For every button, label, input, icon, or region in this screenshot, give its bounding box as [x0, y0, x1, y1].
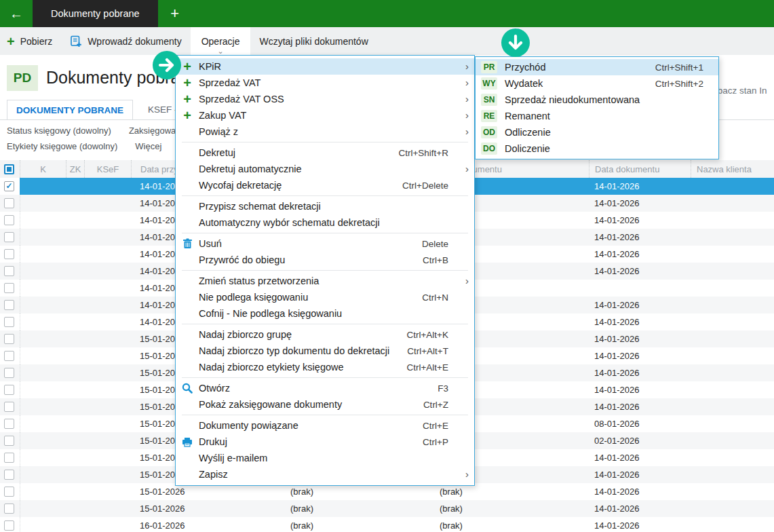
context-menu-item[interactable]: + Nadaj zbiorczo grupę Ctrl+Alt+K: [176, 326, 474, 343]
context-menu-item[interactable]: + Automatyczny wybór schematu dekretacji: [176, 214, 474, 231]
submenu-item[interactable]: SN Sprzedaż nieudokumentowana: [476, 92, 718, 108]
row-checkbox-cell[interactable]: ✓: [0, 364, 20, 381]
context-menu-item[interactable]: + Dokumenty powiązane Ctrl+E: [176, 417, 474, 434]
context-menu-item[interactable]: +: [176, 140, 474, 145]
row-checkbox[interactable]: ✓: [4, 419, 14, 429]
column-header-k[interactable]: K: [20, 160, 66, 178]
row-checkbox[interactable]: ✓: [4, 232, 14, 242]
column-header-ksef[interactable]: KSeF: [84, 160, 131, 178]
row-checkbox[interactable]: ✓: [4, 317, 14, 327]
row-checkbox[interactable]: ✓: [4, 249, 14, 259]
filter-status-ksiegowy[interactable]: Status księgowy (dowolny): [7, 126, 111, 136]
row-checkbox[interactable]: ✓: [4, 520, 14, 531]
row-checkbox[interactable]: ✓: [4, 436, 14, 446]
context-menu-item[interactable]: + Nie podlega księgowaniu Ctrl+N: [176, 289, 474, 305]
context-menu-item[interactable]: + Nadaj zbiorczo etykiety księgowe Ct: [176, 359, 474, 375]
column-header-nazwa-klienta[interactable]: Nazwa klienta: [691, 160, 774, 178]
row-checkbox[interactable]: ✓: [4, 504, 14, 514]
row-checkbox[interactable]: ✓: [4, 283, 14, 293]
row-checkbox-cell[interactable]: ✓: [0, 263, 20, 280]
row-checkbox[interactable]: ✓: [4, 198, 14, 208]
filter-etykiety[interactable]: Etykiety księgowe (dowolny): [7, 141, 117, 151]
context-menu-item[interactable]: + Dekretuj Ctrl+Shift+R: [176, 145, 474, 161]
row-checkbox-cell[interactable]: ✓: [0, 195, 20, 212]
context-menu-item[interactable]: + KPiR ›: [176, 58, 474, 75]
column-header-zk[interactable]: ZK: [66, 160, 84, 178]
row-checkbox-cell[interactable]: ✓: [0, 178, 20, 195]
row-checkbox-cell[interactable]: ✓: [0, 280, 20, 297]
row-checkbox-cell[interactable]: ✓: [0, 381, 20, 398]
row-checkbox-cell[interactable]: ✓: [0, 314, 20, 330]
context-menu-item[interactable]: + Drukuj Ctrl+P: [176, 434, 474, 450]
context-menu-item[interactable]: + Usuń Delete: [176, 235, 474, 252]
context-menu-item[interactable]: + Zapisz ›: [176, 466, 474, 482]
row-checkbox[interactable]: ✓: [4, 215, 14, 225]
submenu-item[interactable]: WY Wydatek Ctrl+Shift+2: [476, 75, 718, 92]
row-checkbox[interactable]: ✓: [4, 470, 14, 480]
row-checkbox[interactable]: ✓: [4, 334, 14, 344]
row-checkbox-cell[interactable]: ✓: [0, 517, 20, 532]
row-checkbox[interactable]: ✓: [4, 487, 14, 497]
context-menu-item[interactable]: +: [176, 413, 474, 417]
context-menu-item[interactable]: +: [176, 193, 474, 198]
row-checkbox[interactable]: ✓: [4, 181, 14, 191]
row-checkbox[interactable]: ✓: [4, 351, 14, 361]
submenu-item[interactable]: DO Doliczenie: [476, 140, 718, 157]
row-checkbox[interactable]: ✓: [4, 300, 14, 310]
context-menu-item[interactable]: + Powiąż z ›: [176, 124, 474, 140]
row-checkbox[interactable]: ✓: [4, 385, 14, 395]
row-checkbox[interactable]: ✓: [4, 453, 14, 463]
back-button[interactable]: ←: [0, 0, 33, 27]
row-checkbox-cell[interactable]: ✓: [0, 449, 20, 466]
operacje-button[interactable]: Operacje ⌄: [191, 27, 251, 55]
context-menu-item[interactable]: + Zmień status przetworzenia ›: [176, 273, 474, 289]
context-menu-item[interactable]: +: [176, 231, 474, 235]
row-checkbox-cell[interactable]: ✓: [0, 398, 20, 415]
row-checkbox-cell[interactable]: ✓: [0, 330, 20, 347]
new-tab-button[interactable]: +: [158, 0, 192, 27]
context-menu-item[interactable]: +: [176, 268, 474, 273]
row-checkbox-cell[interactable]: ✓: [0, 297, 20, 314]
row-checkbox[interactable]: ✓: [4, 368, 14, 378]
context-menu-item[interactable]: + Przywróć do obiegu Ctrl+B: [176, 252, 474, 268]
submenu-item[interactable]: OD Odliczenie: [476, 124, 718, 140]
context-menu-item[interactable]: +: [176, 375, 474, 380]
filter-zaksiegowane[interactable]: Zaksięgowan: [129, 126, 181, 136]
select-all-checkbox[interactable]: [4, 164, 14, 174]
tab-dokumenty-pobrane[interactable]: DOKUMENTY POBRANE: [7, 100, 133, 120]
row-checkbox-cell[interactable]: ✓: [0, 415, 20, 432]
wczytaj-pliki-button[interactable]: Wczytaj pliki dokumentów: [250, 27, 376, 55]
row-checkbox-cell[interactable]: ✓: [0, 432, 20, 449]
submenu-item[interactable]: PR Przychód Ctrl+Shift+1: [476, 59, 718, 75]
row-checkbox[interactable]: ✓: [4, 266, 14, 276]
context-menu-item[interactable]: + Otwórz F3: [176, 380, 474, 396]
table-row[interactable]: ✓ 16-01-2026 (brak) (brak) 14-01-2026: [0, 517, 774, 532]
context-menu-item[interactable]: + Cofnij - Nie podlega księgowaniu: [176, 305, 474, 322]
context-menu-item[interactable]: + Pokaż zaksięgowane dokumenty Ctrl+Z: [176, 396, 474, 413]
filter-wiecej[interactable]: Więcej: [135, 141, 161, 151]
context-menu-item[interactable]: + Przypisz schemat dekretacji: [176, 198, 474, 214]
tab-ksef[interactable]: KSEF -: [148, 104, 178, 115]
row-checkbox-cell[interactable]: ✓: [0, 466, 20, 483]
table-row[interactable]: ✓ 15-01-2026 (brak) (brak) 14-01-2026: [0, 500, 774, 517]
select-all-cell[interactable]: [0, 160, 20, 178]
submenu-item[interactable]: RE Remanent: [476, 108, 718, 124]
context-menu-item[interactable]: + Nadaj zbiorczo typ dokumentu do dekret…: [176, 343, 474, 359]
app-tab-dokumenty-pobrane[interactable]: Dokumenty pobrane: [33, 0, 158, 27]
context-menu-item[interactable]: + Sprzedaż VAT OSS ›: [176, 91, 474, 107]
context-menu-item[interactable]: + Zakup VAT ›: [176, 107, 474, 124]
context-menu-item[interactable]: + Wycofaj dekretację Ctrl+Delete: [176, 177, 474, 193]
context-menu-item[interactable]: +: [176, 322, 474, 326]
column-header-data-dokumentu[interactable]: Data dokumentu: [589, 160, 691, 178]
row-checkbox-cell[interactable]: ✓: [0, 212, 20, 229]
pobierz-button[interactable]: + Pobierz: [7, 27, 61, 55]
context-menu-item[interactable]: + Dekretuj automatycznie ›: [176, 161, 474, 177]
context-menu-item[interactable]: + Wyślij e-mailem: [176, 450, 474, 466]
row-checkbox-cell[interactable]: ✓: [0, 246, 20, 263]
row-checkbox-cell[interactable]: ✓: [0, 347, 20, 364]
context-menu-item[interactable]: + Sprzedaż VAT ›: [176, 75, 474, 91]
row-checkbox[interactable]: ✓: [4, 402, 14, 412]
row-checkbox-cell[interactable]: ✓: [0, 500, 20, 517]
row-checkbox-cell[interactable]: ✓: [0, 229, 20, 246]
row-checkbox-cell[interactable]: ✓: [0, 483, 20, 500]
